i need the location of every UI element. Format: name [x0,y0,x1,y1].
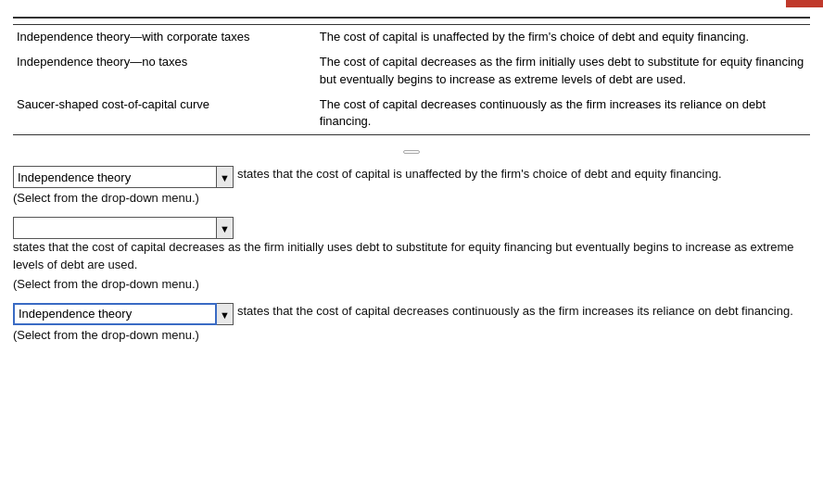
dropdown-3[interactable]: Independence theoryIndependence theory—w… [13,303,217,325]
ellipsis-button[interactable] [403,150,420,154]
answer-followup-1: (Select from the drop-down menu.) [13,190,810,208]
table-cell-definition: The cost of capital is unaffected by the… [316,25,810,50]
answer-inline-text-2: states that the cost of capital decrease… [13,239,810,274]
answer-row-1: Independence theoryIndependence theory—w… [13,166,810,208]
dropdown-arrow-3[interactable]: ▼ [217,303,234,325]
answer-inline-2: Independence theory—with corporate taxes… [13,217,810,274]
answer-followup-2: (Select from the drop-down menu.) [13,276,810,294]
table-header-definitions [316,18,810,25]
answer-inline-3: Independence theoryIndependence theory—w… [13,303,810,325]
dropdown-wrapper-3: Independence theoryIndependence theory—w… [13,303,234,325]
matching-table: Independence theory—with corporate taxes… [13,17,810,135]
table-cell-term: Independence theory—no taxes [13,50,316,93]
answer-inline-1: Independence theoryIndependence theory—w… [13,166,810,188]
table-cell-term: Saucer-shaped cost-of-capital curve [13,93,316,135]
answer-section: Independence theoryIndependence theory—w… [13,166,810,344]
main-container: Independence theory—with corporate taxes… [0,0,823,504]
answer-inline-text-3: states that the cost of capital decrease… [237,303,793,321]
table-header-terms [13,18,316,25]
table-cell-definition: The cost of capital decreases as the fir… [316,50,810,93]
ellipsis-divider [13,143,810,157]
table-row: Independence theory—no taxesThe cost of … [13,50,810,93]
table-row: Independence theory—with corporate taxes… [13,25,810,50]
top-accent-bar [786,0,823,7]
table-cell-term: Independence theory—with corporate taxes [13,25,316,50]
dropdown-wrapper-1: Independence theoryIndependence theory—w… [13,166,234,188]
answer-followup-3: (Select from the drop-down menu.) [13,327,810,345]
dropdown-wrapper-2: Independence theory—with corporate taxes… [13,217,234,239]
dropdown-2[interactable]: Independence theory—with corporate taxes… [13,217,217,239]
dropdown-1[interactable]: Independence theoryIndependence theory—w… [13,166,217,188]
table-row: Saucer-shaped cost-of-capital curveThe c… [13,93,810,135]
answer-row-2: Independence theory—with corporate taxes… [13,217,810,294]
answer-row-3: Independence theoryIndependence theory—w… [13,303,810,345]
dropdown-arrow-2[interactable]: ▼ [217,217,234,239]
answer-inline-text-1: states that the cost of capital is unaff… [237,166,722,183]
dropdown-arrow-1[interactable]: ▼ [217,166,234,188]
table-cell-definition: The cost of capital decreases continuous… [316,93,810,135]
